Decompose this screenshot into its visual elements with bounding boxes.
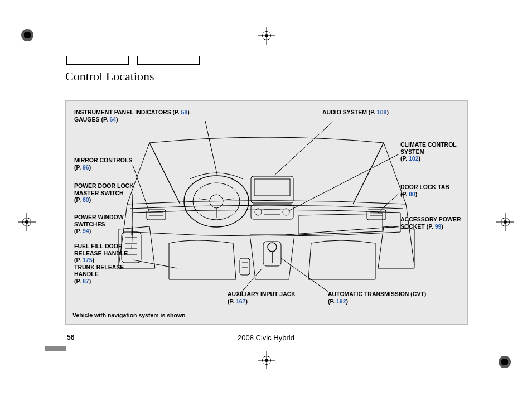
title-rule-icon: [65, 85, 467, 85]
registration-target-icon: [21, 216, 32, 228]
figure-note: Vehicle with navigation system is shown: [72, 312, 185, 318]
page-ref[interactable]: 64: [109, 116, 116, 123]
crop-mark-icon: [468, 28, 487, 47]
page-ref[interactable]: 167: [236, 298, 246, 305]
registration-target-icon: [500, 216, 511, 228]
svg-rect-27: [240, 258, 250, 275]
callout-label: POWER DOOR LOCK MASTER SWITCH: [74, 182, 134, 196]
callout-label: DOOR LOCK TAB: [400, 183, 449, 190]
color-box-icon: [137, 56, 200, 65]
callout-label: MIRROR CONTROLS: [74, 157, 132, 163]
callout-label: FUEL FILL DOOR RELEASE HANDLE: [74, 243, 128, 257]
page-ref[interactable]: 108: [377, 109, 387, 115]
svg-line-30: [205, 121, 217, 176]
page-ref[interactable]: 99: [435, 223, 442, 230]
registration-dot-icon: [499, 356, 511, 368]
callout-label: AUTOMATIC TRANSMISSION (CVT): [328, 291, 426, 297]
svg-rect-11: [251, 176, 293, 203]
page-ref[interactable]: 80: [83, 196, 89, 203]
callout-powerwin: POWER WINDOW SWITCHES (P. 94): [74, 214, 136, 235]
callout-label: AUXILIARY INPUT JACK: [228, 291, 296, 297]
page-ref[interactable]: 80: [409, 191, 415, 197]
callout-accpower: ACCESSORY POWER SOCKET (P. 99): [400, 216, 465, 230]
svg-line-31: [273, 121, 333, 176]
svg-rect-13: [251, 205, 293, 219]
callout-label: AUDIO SYSTEM: [322, 109, 367, 115]
callout-mirror: MIRROR CONTROLS (P. 96): [74, 157, 136, 171]
callout-audio: AUDIO SYSTEM (P. 108): [322, 109, 389, 116]
svg-line-39: [240, 268, 262, 293]
callout-instrument: INSTRUMENT PANEL INDICATORS (P. 58) GAUG…: [74, 109, 230, 123]
svg-line-40: [281, 258, 331, 293]
callout-climate: CLIMATE CONTROL SYSTEM (P. 102): [400, 141, 462, 162]
crop-fill-icon: [45, 346, 66, 351]
svg-line-8: [199, 199, 210, 200]
callout-doorlocktab: DOOR LOCK TAB (P. 80): [400, 183, 462, 197]
page-ref[interactable]: 94: [83, 228, 89, 234]
callout-fuel-trunk: FUEL FILL DOOR RELEASE HANDLE (P. 175) T…: [74, 243, 141, 285]
crop-mark-icon: [45, 349, 64, 368]
footer-text: 2008 Civic Hybrid: [0, 334, 532, 342]
registration-dot-icon: [21, 29, 33, 41]
page-ref[interactable]: 102: [409, 155, 419, 162]
page-ref[interactable]: 58: [181, 109, 188, 115]
callout-label: TRUNK RELEASE HANDLE: [74, 264, 124, 278]
svg-point-25: [268, 243, 277, 252]
callout-label: CLIMATE CONTROL SYSTEM: [400, 141, 457, 155]
page-ref[interactable]: 96: [83, 164, 89, 171]
page-ref[interactable]: 175: [83, 257, 93, 263]
callout-label: POWER WINDOW SWITCHES: [74, 214, 124, 228]
svg-rect-12: [254, 179, 290, 196]
callout-autotrans: AUTOMATIC TRANSMISSION (CVT) (P. 192): [328, 291, 456, 305]
callout-label: GAUGES: [74, 116, 100, 123]
callout-label: INSTRUMENT PANEL INDICATORS: [74, 109, 171, 115]
callout-powerlock: POWER DOOR LOCK MASTER SWITCH (P. 80): [74, 182, 141, 204]
figure-box: INSTRUMENT PANEL INDICATORS (P. 58) GAUG…: [65, 100, 468, 325]
callout-aux: AUXILIARY INPUT JACK (P. 167): [228, 291, 317, 305]
registration-target-icon: [261, 30, 272, 41]
crop-mark-icon: [468, 349, 487, 368]
page-title: Control Locations: [65, 69, 154, 84]
page-ref[interactable]: 87: [83, 278, 89, 284]
color-box-icon: [66, 56, 129, 65]
svg-line-9: [223, 199, 234, 200]
registration-target-icon: [261, 355, 272, 366]
crop-mark-icon: [45, 28, 64, 47]
page-ref[interactable]: 192: [336, 298, 346, 305]
